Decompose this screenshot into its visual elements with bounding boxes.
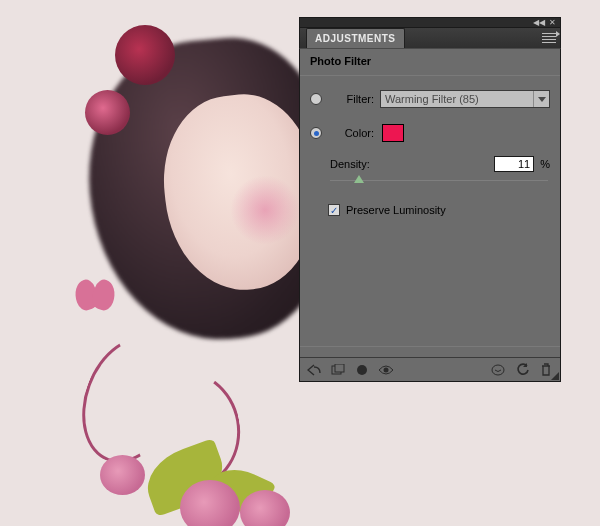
panel-title: Photo Filter	[300, 49, 560, 75]
density-input[interactable]	[494, 156, 534, 172]
density-row: Density: %	[300, 146, 560, 172]
resize-handle-icon[interactable]	[549, 370, 559, 380]
artwork-flower	[100, 455, 145, 495]
filter-row: Filter: Warming Filter (85)	[300, 86, 560, 112]
chevron-down-icon[interactable]	[533, 91, 549, 107]
panel-spacer	[300, 226, 560, 346]
color-row: Color:	[300, 120, 560, 146]
previous-state-icon[interactable]	[490, 362, 506, 378]
artwork-blush	[230, 175, 300, 245]
panel-collapse-bar[interactable]: ◀◀ ✕	[299, 17, 561, 27]
panel-body: Photo Filter Filter: Warming Filter (85)…	[299, 49, 561, 382]
close-icon[interactable]: ✕	[549, 19, 556, 27]
color-swatch[interactable]	[382, 124, 404, 142]
artwork-butterfly	[75, 280, 117, 316]
divider	[300, 346, 560, 347]
filter-label: Filter:	[328, 93, 374, 105]
svg-point-4	[492, 365, 504, 375]
svg-point-3	[384, 367, 389, 372]
svg-rect-1	[335, 364, 344, 372]
panel-menu-icon[interactable]	[542, 33, 556, 43]
filter-dropdown-value: Warming Filter (85)	[385, 93, 479, 105]
tab-adjustments[interactable]: ADJUSTMENTS	[306, 28, 405, 48]
clip-to-layer-icon[interactable]	[354, 362, 370, 378]
slider-thumb[interactable]	[354, 175, 364, 183]
adjustments-panel: ◀◀ ✕ ADJUSTMENTS Photo Filter Filter: Wa…	[299, 17, 561, 382]
svg-point-2	[357, 365, 367, 375]
artwork-flower	[180, 480, 240, 526]
color-label: Color:	[328, 127, 374, 139]
collapse-icon[interactable]: ◀◀	[533, 19, 545, 27]
artwork-rose	[115, 25, 175, 85]
preserve-luminosity-row: ✓ Preserve Luminosity	[300, 188, 560, 226]
artwork-rose	[85, 90, 130, 135]
preserve-luminosity-label: Preserve Luminosity	[346, 204, 446, 216]
filter-dropdown[interactable]: Warming Filter (85)	[380, 90, 550, 108]
reset-icon[interactable]	[514, 362, 530, 378]
density-label: Density:	[330, 158, 370, 170]
preserve-luminosity-checkbox[interactable]: ✓	[328, 204, 340, 216]
density-unit: %	[540, 158, 550, 170]
color-radio[interactable]	[310, 127, 322, 139]
density-slider[interactable]	[330, 174, 548, 188]
panel-tabbar: ADJUSTMENTS	[299, 27, 561, 49]
panel-footer	[300, 357, 560, 381]
visibility-icon[interactable]	[378, 362, 394, 378]
artwork-flower	[240, 490, 290, 526]
back-arrow-icon[interactable]	[306, 362, 322, 378]
filter-radio[interactable]	[310, 93, 322, 105]
divider	[300, 75, 560, 76]
layer-scope-icon[interactable]	[330, 362, 346, 378]
